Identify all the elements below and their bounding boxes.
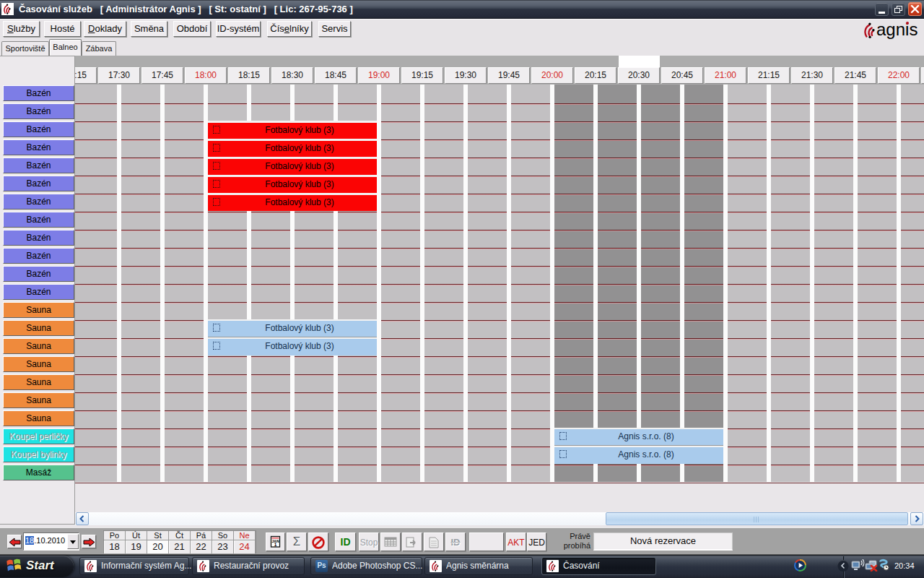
svg-text:1: 1	[274, 542, 277, 547]
